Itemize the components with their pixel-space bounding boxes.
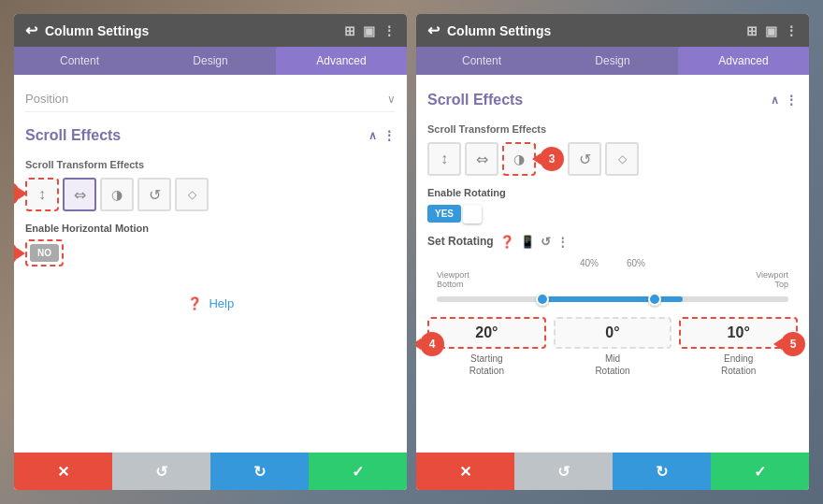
right-panel-tabs: Content Design Advanced	[416, 47, 809, 75]
right-tab-advanced[interactable]: Advanced	[678, 47, 809, 75]
left-tab-design[interactable]: Design	[145, 47, 276, 75]
horizontal-motion-section: Enable Horizontal Motion 2 NO	[25, 223, 396, 266]
horiz-icon-right: ⇔	[476, 151, 488, 168]
more-icon-right[interactable]: ⋮	[785, 23, 798, 38]
right-reset-button[interactable]: ↺	[514, 453, 613, 490]
more-icon[interactable]: ⋮	[383, 23, 396, 38]
effects-buttons-right: ↕ ⇔ ◑ 3	[427, 142, 798, 176]
help-icon-left: ❓	[187, 296, 202, 310]
expand-icon-right[interactable]: ⊞	[746, 23, 758, 38]
left-panel-title: Column Settings	[45, 23, 149, 38]
mid-rotation-wrap: 0° MidRotation	[554, 317, 672, 377]
effect-btn-vertical-right[interactable]: ↕	[427, 142, 461, 176]
scroll-transform-label-right: Scroll Transform Effects	[427, 123, 798, 135]
scroll-effects-header-right: Scroll Effects ∧ ⋮	[427, 86, 798, 114]
layout-icon-right[interactable]: ▣	[765, 23, 777, 38]
slider-thumb-right[interactable]	[648, 293, 661, 306]
set-rotating-more[interactable]: ⋮	[556, 235, 569, 249]
fade-icon: ◑	[111, 187, 123, 202]
starting-rotation-label: StartingRotation	[427, 353, 546, 377]
scroll-effects-chevron-up-right[interactable]: ∧	[771, 94, 779, 107]
left-panel-footer: ✕ ↺ ↻ ✓	[14, 452, 407, 490]
blur-icon-right: ◇	[618, 152, 627, 166]
mid-rotation-label: MidRotation	[554, 353, 672, 377]
annotation-2: 2	[14, 241, 18, 266]
back-arrow-left[interactable]: ↩	[25, 22, 37, 39]
effect-btn-blur-left[interactable]: ◇	[175, 178, 209, 211]
pct-40: 40%	[580, 258, 599, 268]
left-tab-content[interactable]: Content	[14, 47, 145, 75]
effect-btn-rotate-right[interactable]: ↺	[568, 142, 601, 176]
toggle-handle-rotating	[463, 205, 482, 223]
enable-rotating-section: Enable Rotating YES	[427, 187, 798, 223]
set-rotating-label: Set Rotating	[427, 235, 494, 248]
effect-btn-blur-right[interactable]: ◇	[605, 142, 639, 176]
set-rotating-help[interactable]: ❓	[499, 235, 514, 249]
left-tab-advanced[interactable]: Advanced	[276, 47, 407, 75]
starting-rotation-box[interactable]: 20°	[427, 317, 546, 349]
annotation-3: 3	[540, 147, 564, 171]
left-panel-header: ↩ Column Settings ⊞ ▣ ⋮	[14, 14, 407, 47]
help-section-left[interactable]: ❓ Help	[25, 278, 396, 329]
annotation-5: 5	[781, 332, 805, 356]
right-panel-header-icons: ⊞ ▣ ⋮	[746, 23, 798, 38]
viewport-top-label: ViewportTop	[756, 270, 788, 289]
right-save-button[interactable]: ✓	[711, 453, 809, 490]
mid-rotation-box[interactable]: 0°	[554, 317, 672, 349]
annotation-1: 1	[14, 181, 20, 206]
scroll-effects-chevron-up[interactable]: ∧	[368, 129, 377, 142]
enable-rotating-label: Enable Rotating	[427, 187, 798, 198]
rotate-icon-left: ↺	[149, 186, 161, 204]
horizontal-motion-toggle[interactable]: NO	[25, 239, 64, 266]
toggle-yes-rotating[interactable]: YES	[427, 205, 461, 223]
left-reset-button[interactable]: ↺	[112, 453, 210, 490]
vertical-icon-right: ↕	[440, 151, 448, 167]
effect-btn-vertical-left[interactable]: ↕	[25, 178, 59, 211]
blur-icon-left: ◇	[188, 188, 196, 201]
left-save-button[interactable]: ✓	[309, 453, 407, 490]
effect-btn-rotate-left[interactable]: ↺	[137, 178, 171, 211]
back-arrow-right[interactable]: ↩	[427, 22, 440, 39]
right-tab-content[interactable]: Content	[416, 47, 547, 75]
effect-btn-fade-right[interactable]: ◑	[502, 142, 536, 176]
position-section[interactable]: Position ∨	[25, 86, 396, 112]
slider-container: ViewportBottom ViewportTop	[427, 270, 798, 302]
left-panel: ↩ Column Settings ⊞ ▣ ⋮ Content Design A…	[14, 14, 407, 490]
effects-buttons-left: 1 ↕ ⇔ ◑ ↺ ◇	[25, 178, 396, 211]
ending-rotation-label: EndingRotation	[679, 353, 798, 377]
right-panel-header: ↩ Column Settings ⊞ ▣ ⋮	[416, 14, 809, 47]
right-panel-title: Column Settings	[447, 23, 551, 38]
toggle-no-horizontal[interactable]: NO	[30, 244, 59, 262]
viewport-bottom-label: ViewportBottom	[437, 270, 469, 289]
right-tab-design[interactable]: Design	[547, 47, 678, 75]
set-rotating-device[interactable]: 📱	[520, 235, 535, 249]
effect-btn-fade-left[interactable]: ◑	[100, 178, 134, 211]
expand-icon[interactable]: ⊞	[344, 23, 355, 38]
right-panel-footer: ✕ ↺ ↻ ✓	[416, 452, 809, 490]
left-panel-tabs: Content Design Advanced	[14, 47, 407, 75]
scroll-effects-more[interactable]: ⋮	[383, 128, 396, 143]
position-label: Position	[25, 92, 68, 106]
scroll-effects-header-left: Scroll Effects ∧ ⋮	[25, 122, 396, 150]
right-cancel-button[interactable]: ✕	[416, 453, 514, 490]
viewport-labels: ViewportBottom ViewportTop	[437, 270, 788, 289]
slider-fill	[542, 296, 683, 302]
rotate-icon-right: ↺	[579, 151, 591, 168]
scroll-effects-more-right[interactable]: ⋮	[785, 93, 798, 108]
effect-btn-horiz-right[interactable]: ⇔	[465, 142, 498, 176]
effects-row-right: ↕ ⇔ ◑ 3	[427, 142, 798, 176]
enable-rotating-toggle[interactable]: YES	[427, 205, 482, 223]
panels-container: ↩ Column Settings ⊞ ▣ ⋮ Content Design A…	[14, 14, 809, 490]
effect-btn-horizontal-left[interactable]: ⇔	[63, 178, 96, 211]
scroll-effects-icons-left: ∧ ⋮	[368, 128, 396, 143]
rotation-inputs-section: 4 5 20° StartingRotation 0°	[427, 317, 798, 377]
set-rotating-reset[interactable]: ↺	[541, 235, 551, 249]
slider-thumb-left[interactable]	[536, 293, 549, 306]
horizontal-motion-label: Enable Horizontal Motion	[25, 223, 396, 234]
right-panel: ↩ Column Settings ⊞ ▣ ⋮ Content Design A…	[416, 14, 809, 490]
right-redo-button[interactable]: ↻	[613, 453, 711, 490]
left-cancel-button[interactable]: ✕	[14, 453, 112, 490]
left-redo-button[interactable]: ↻	[210, 453, 309, 490]
layout-icon[interactable]: ▣	[363, 23, 375, 38]
position-chevron: ∨	[387, 93, 396, 106]
